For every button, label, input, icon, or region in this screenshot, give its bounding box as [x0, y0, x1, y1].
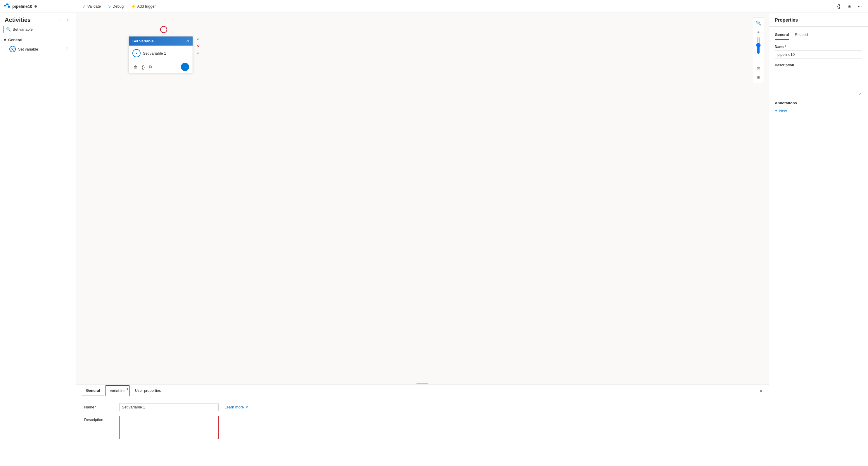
- canvas-body[interactable]: 🔍 + − ⊡ ⊞: [76, 13, 769, 384]
- prop-tab-general[interactable]: General: [775, 30, 789, 40]
- panel-header: Activities ⌄ «: [0, 13, 76, 26]
- name-required: *: [95, 405, 96, 409]
- properties-tabs: General Related: [769, 30, 868, 40]
- code-view-button[interactable]: {}: [834, 2, 843, 11]
- error-status-icon: ✕: [195, 43, 201, 49]
- top-bar-right: {} ⊞ ···: [834, 2, 865, 11]
- delete-node-button[interactable]: 🗑: [132, 64, 138, 70]
- set-variable-icon: (x): [9, 46, 16, 52]
- prop-description-textarea[interactable]: [775, 69, 862, 95]
- node-body: x Set variable 1: [129, 45, 193, 61]
- set-variable-activity[interactable]: (x) Set variable ⠿: [2, 44, 73, 54]
- code-icon: {}: [837, 4, 840, 9]
- canvas-area: 🔍 + − ⊡ ⊞: [76, 13, 769, 466]
- chevron-down-icon: ⌄: [58, 18, 61, 22]
- properties-title: Properties: [775, 18, 798, 23]
- tab-variables[interactable]: Variables 1: [105, 385, 129, 396]
- chevron-down-icon: ∨: [3, 38, 6, 42]
- bottom-panel-content: Name* Learn more ↗ Description: [76, 397, 769, 449]
- copy-node-button[interactable]: ⧉: [148, 63, 153, 70]
- svg-rect-1: [6, 3, 8, 5]
- node-header-label: Set variable: [132, 39, 154, 43]
- node-rotate-btn[interactable]: ↻: [186, 39, 189, 43]
- tab-user-properties[interactable]: User properties: [131, 385, 165, 396]
- annotations-section: Annotations + New: [775, 101, 862, 113]
- name-form-row: Name* Learn more ↗: [84, 403, 761, 411]
- annotations-title: Annotations: [775, 101, 862, 105]
- collapse-sidebar-button[interactable]: «: [64, 17, 71, 23]
- properties-view-button[interactable]: ⊞: [845, 2, 854, 11]
- canvas-divider: [416, 383, 428, 384]
- prop-description-field: Description: [775, 63, 862, 96]
- node-start-circle: [160, 26, 167, 33]
- node-actions: 🗑 {} ⧉ →: [129, 61, 193, 73]
- bottom-panel: General Variables 1 User properties ∧ Na…: [76, 384, 769, 466]
- top-bar: pipeline10 ✓ Validate ▷ Debug ⚡ Add trig…: [0, 0, 868, 13]
- main-layout: Activities ⌄ « 🔍 ∨ General (x) Set varia…: [0, 13, 868, 466]
- unsaved-indicator: [34, 5, 37, 8]
- top-bar-left: pipeline10: [3, 3, 80, 10]
- svg-rect-0: [4, 5, 6, 6]
- zoom-in-button[interactable]: +: [754, 28, 763, 36]
- plus-icon: +: [775, 108, 777, 113]
- panel-title: Activities: [5, 17, 31, 23]
- name-label: Name*: [84, 403, 114, 409]
- drag-handle-icon: ⠿: [66, 47, 69, 51]
- node-header: Set variable ↻: [129, 36, 193, 45]
- bottom-panel-header: General Variables 1 User properties ∧: [76, 384, 769, 397]
- success-status-icon: ✓: [195, 36, 201, 42]
- svg-rect-2: [8, 6, 10, 8]
- debug-button[interactable]: ▷ Debug: [105, 2, 127, 10]
- fit-icon: ⊡: [757, 66, 761, 71]
- search-canvas-button[interactable]: 🔍: [754, 19, 763, 27]
- zoom-slider[interactable]: [755, 36, 761, 54]
- more-options-button[interactable]: ···: [855, 2, 865, 11]
- description-label: Description: [84, 416, 114, 422]
- search-input[interactable]: [12, 27, 69, 32]
- prop-name-input[interactable]: [775, 51, 862, 58]
- prop-description-label: Description: [775, 63, 862, 67]
- node-side-icons: ✓ ✕ ✓: [195, 36, 201, 56]
- prop-tab-related[interactable]: Related: [795, 30, 808, 40]
- learn-more-link[interactable]: Learn more ↗: [224, 403, 248, 409]
- canvas-tools: 🔍 + − ⊡ ⊞: [753, 18, 764, 83]
- debug-icon: ▷: [108, 4, 111, 9]
- zoom-out-button[interactable]: −: [754, 55, 763, 63]
- zoom-in-icon: +: [757, 30, 760, 34]
- navigate-node-button[interactable]: →: [181, 63, 189, 71]
- name-input[interactable]: [119, 403, 219, 411]
- collapse-bottom-panel-button[interactable]: ∧: [759, 388, 763, 394]
- fit-view-button[interactable]: ⊡: [754, 65, 763, 73]
- variables-badge: 1: [127, 387, 128, 391]
- node-var-icon: x: [132, 49, 141, 57]
- tab-general[interactable]: General: [82, 385, 104, 396]
- ellipsis-icon: ···: [858, 4, 862, 9]
- zoom-out-icon: −: [757, 56, 760, 61]
- set-variable-node[interactable]: Set variable ↻ x Set variable 1 🗑 {}: [129, 36, 193, 73]
- properties-icon: ⊞: [847, 3, 851, 9]
- add-trigger-button[interactable]: ⚡ Add trigger: [128, 2, 159, 10]
- general-section-header[interactable]: ∨ General: [0, 36, 76, 44]
- new-label: New: [779, 109, 787, 113]
- search-canvas-icon: 🔍: [756, 21, 761, 26]
- general-section-label: General: [8, 38, 22, 42]
- new-annotation-button[interactable]: + New: [775, 108, 787, 113]
- code-node-button[interactable]: {}: [141, 64, 146, 70]
- properties-panel: Properties General Related Name* Descrip…: [769, 13, 868, 466]
- description-textarea[interactable]: [119, 416, 219, 439]
- search-icon: 🔍: [6, 27, 11, 32]
- chevron-up-icon: ∧: [759, 388, 763, 393]
- sidebar-collapse-icon: «: [66, 18, 68, 22]
- canvas-node-wrapper: Set variable ↻ x Set variable 1 🗑 {}: [129, 30, 193, 73]
- search-box[interactable]: 🔍: [3, 26, 72, 33]
- description-form-row: Description: [84, 416, 761, 439]
- validate-button[interactable]: ✓ Validate: [80, 2, 104, 10]
- node-body-label: Set variable 1: [143, 51, 166, 56]
- svg-line-4: [8, 4, 9, 6]
- collapse-icon-button[interactable]: ⌄: [56, 17, 63, 23]
- zoom-slider-container: [754, 36, 763, 54]
- align-button[interactable]: ⊞: [754, 73, 763, 82]
- properties-body: Name* Description Annotations + New: [769, 40, 868, 118]
- properties-header: Properties: [769, 13, 868, 27]
- activities-panel: Activities ⌄ « 🔍 ∨ General (x) Set varia…: [0, 13, 76, 466]
